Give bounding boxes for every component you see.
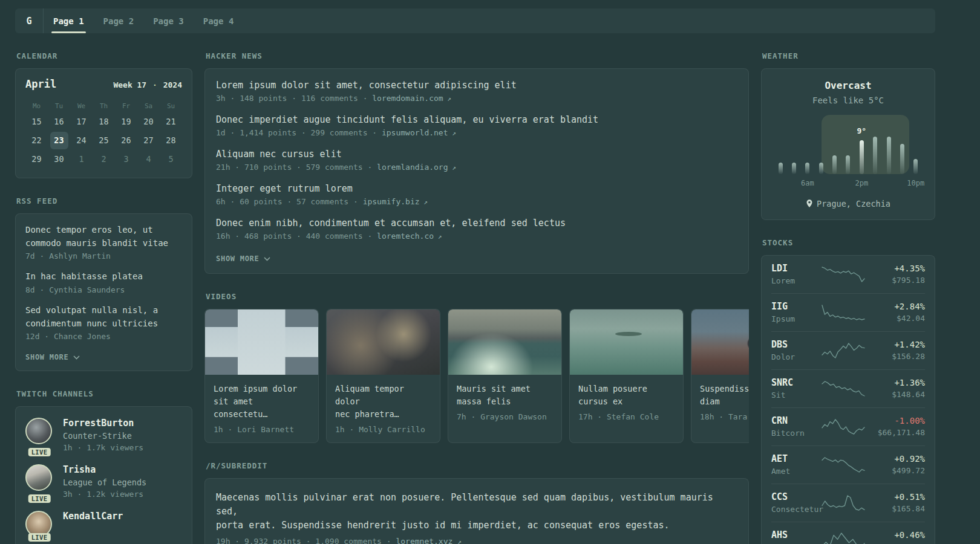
hn-item-title[interactable]: Aliquam nec cursus elit — [216, 149, 737, 160]
rss-item-title[interactable]: In hac habitasse platea — [25, 270, 182, 283]
stock-row[interactable]: LDILorem+4.35%$795.18 — [771, 256, 925, 293]
column-middle: HACKER NEWS Lorem ipsum dolor sit amet, … — [204, 51, 749, 544]
hn-item-domain-link[interactable]: loremtech.co — [377, 232, 434, 241]
stock-price: $42.04 — [872, 314, 925, 323]
calendar-day: 24 — [73, 132, 91, 149]
calendar-week: Week 17 · 2024 — [113, 80, 182, 89]
hn-item-title[interactable]: Lorem ipsum dolor sit amet, consectetur … — [216, 80, 737, 91]
twitch-channel-row: LIVEKendallCarr — [25, 511, 182, 537]
stock-row[interactable]: SNRCSit+1.36%$148.64 — [771, 369, 925, 407]
calendar-day-name: Sa — [145, 100, 152, 113]
section-twitch: TWITCH CHANNELS LIVEForrestBurtonCounter… — [15, 389, 192, 544]
twitch-avatar-wrap: LIVE — [25, 418, 53, 452]
hn-item-title[interactable]: Donec enim nibh, condimentum et accumsan… — [216, 218, 737, 228]
video-thumbnail[interactable] — [691, 309, 749, 375]
twitch-channel-game: League of Legends — [63, 478, 146, 487]
hn-item-domain-link[interactable]: loremdomain.com — [372, 94, 443, 103]
weather-bar-slot — [774, 118, 787, 174]
stock-row[interactable]: CCSConsectetur+0.51%$165.84 — [771, 484, 925, 522]
weather-bar — [887, 137, 891, 174]
twitch-channel-info: TrishaLeague of Legends3h · 1.2k viewers — [63, 464, 146, 499]
video-title[interactable]: Suspendisse diam — [700, 383, 749, 408]
rss-item-meta: 7d · Ashlyn Martin — [25, 251, 182, 261]
avatar[interactable] — [25, 418, 52, 444]
video-title[interactable]: Aliquam tempor dolor nec pharetra… — [335, 383, 431, 421]
weather-bar-slot — [882, 118, 895, 174]
external-link-icon: ↗ — [457, 538, 462, 544]
weather-axis-label: 2pm — [855, 179, 869, 187]
nav-bar: G Page 1Page 2Page 3Page 4 — [15, 8, 935, 33]
stock-change: +2.84% — [872, 302, 925, 311]
hn-item-domain-link[interactable]: ipsumify.biz — [363, 197, 420, 206]
video-thumbnail[interactable] — [327, 309, 440, 375]
stock-row[interactable]: DBSDolor+1.42%$156.28 — [771, 331, 925, 369]
video-title[interactable]: Lorem ipsum dolor sit amet consectetu… — [214, 383, 310, 421]
stock-sparkline — [821, 531, 866, 544]
weather-bar-slot — [895, 118, 909, 174]
live-badge: LIVE — [28, 494, 51, 503]
calendar-day: 21 — [162, 113, 180, 131]
stocks-section-title: STOCKS — [762, 238, 935, 247]
chevron-down-icon — [73, 355, 80, 360]
calendar-header: April Week 17 · 2024 — [25, 78, 182, 90]
video-body: Nullam posuere cursus ex17h · Stefan Col… — [570, 375, 683, 430]
hn-item: Aliquam nec cursus elit21h · 710 points … — [216, 149, 737, 172]
weather-axis-label: 10pm — [907, 179, 924, 187]
stocks-card: LDILorem+4.35%$795.18IIGIpsum+2.84%$42.0… — [761, 255, 935, 544]
rss-item: Sed volutpat nulla nisl, a condimentum n… — [25, 304, 182, 341]
reddit-post-domain-link[interactable]: loremnet.xyz — [396, 537, 452, 544]
twitch-channel-name[interactable]: Trisha — [63, 464, 146, 475]
calendar-day-name: Th — [100, 100, 108, 113]
hn-item-meta: 21h · 710 points · 579 comments · loreml… — [216, 163, 737, 172]
calendar-day-today: 23 — [50, 132, 68, 149]
hn-item-meta: 3h · 148 points · 116 comments · loremdo… — [216, 94, 737, 103]
calendar-day: 26 — [117, 132, 136, 149]
video-thumbnail[interactable] — [448, 309, 561, 375]
app-logo: G — [15, 8, 44, 33]
calendar-day: 15 — [28, 113, 46, 131]
tab-page-4[interactable]: Page 4 — [194, 8, 244, 33]
stock-values: +0.92%$499.72 — [872, 454, 925, 475]
rss-show-more-button[interactable]: SHOW MORE — [25, 353, 80, 361]
stock-change: +0.46% — [872, 530, 925, 540]
stock-row[interactable]: CRNBitcorn-1.00%$66,171.48 — [771, 407, 925, 445]
calendar-month: April — [25, 78, 56, 90]
hn-item-stats: 1d · 1,414 points · 299 comments · — [216, 128, 382, 137]
video-title[interactable]: Mauris sit amet massa felis — [457, 383, 553, 408]
avatar[interactable] — [25, 464, 52, 491]
rss-item-title[interactable]: Donec tempor eros leo, ut commodo mauris… — [25, 224, 182, 250]
rss-item-title[interactable]: Sed volutpat nulla nisl, a condimentum n… — [25, 304, 182, 330]
tab-page-3[interactable]: Page 3 — [143, 8, 194, 33]
weather-bar-current — [860, 140, 864, 174]
stock-row[interactable]: AHS+0.46% — [771, 522, 925, 544]
weather-bar-slot — [869, 118, 882, 174]
twitch-channel-name[interactable]: KendallCarr — [63, 511, 123, 522]
hn-item-title[interactable]: Integer eget rutrum lorem — [216, 183, 737, 194]
tab-page-1[interactable]: Page 1 — [44, 8, 94, 33]
external-link-icon: ↗ — [443, 95, 451, 103]
location-pin-icon — [806, 199, 813, 208]
stock-price: $795.18 — [872, 276, 925, 285]
stock-values: +2.84%$42.04 — [872, 302, 925, 323]
section-weather: WEATHER Overcast Feels like 5°C 9° 6am2p… — [761, 51, 935, 220]
stock-row[interactable]: IIGIpsum+2.84%$42.04 — [771, 293, 925, 331]
hn-item-title[interactable]: Donec imperdiet augue tincidunt felis al… — [216, 114, 737, 125]
video-card: Lorem ipsum dolor sit amet consectetu…1h… — [204, 309, 319, 443]
video-card: Aliquam tempor dolor nec pharetra…1h · M… — [326, 309, 440, 443]
stock-ticker: IIG — [771, 301, 815, 312]
stock-name: Ipsum — [771, 314, 815, 323]
video-thumbnail[interactable] — [205, 309, 318, 375]
calendar-card: April Week 17 · 2024 MoTuWeThFrSaSu 1516… — [15, 68, 192, 178]
weather-location-row: Prague, Czechia — [771, 199, 925, 209]
stock-row[interactable]: AETAmet+0.92%$499.72 — [771, 445, 925, 484]
reddit-post-title[interactable]: Maecenas mollis pulvinar erat non posuer… — [216, 491, 737, 533]
tab-page-2[interactable]: Page 2 — [94, 8, 144, 33]
video-title[interactable]: Nullam posuere cursus ex — [578, 383, 675, 408]
hn-item-domain-link[interactable]: ipsumworld.net — [382, 128, 448, 137]
calendar-dow-row: MoTuWeThFrSaSu — [25, 100, 182, 113]
video-thumbnail[interactable] — [570, 309, 683, 375]
hn-section-title: HACKER NEWS — [206, 51, 749, 60]
twitch-channel-name[interactable]: ForrestBurton — [63, 418, 143, 429]
hn-item-domain-link[interactable]: loremlandia.org — [377, 163, 448, 172]
hn-show-more-button[interactable]: SHOW MORE — [216, 254, 270, 263]
